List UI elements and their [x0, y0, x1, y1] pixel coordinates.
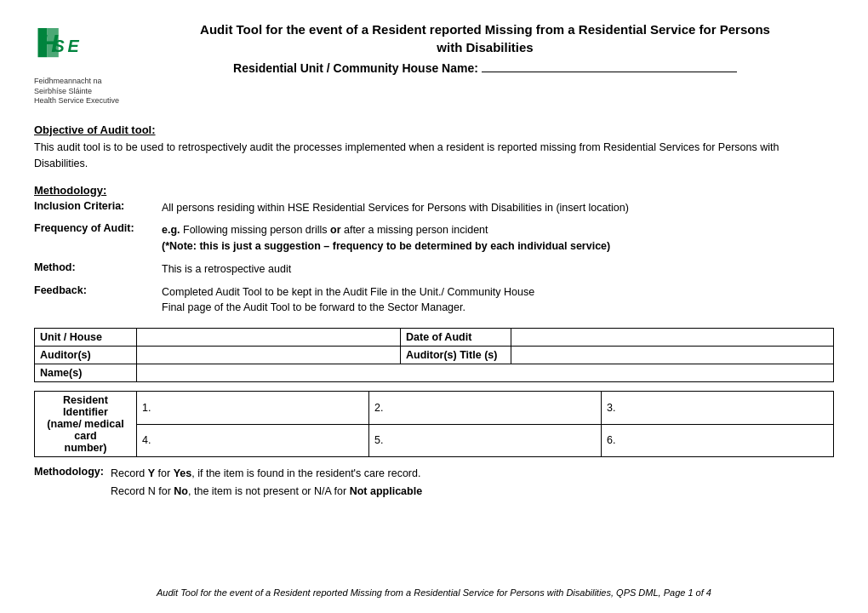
feedback-row: Feedback: Completed Audit Tool to be kep…	[34, 284, 834, 317]
auditors-title-value	[511, 347, 834, 364]
inclusion-row: Inclusion Criteria: All persons residing…	[34, 200, 834, 216]
methodology-note-label: Methodology:	[34, 466, 111, 482]
resident-cell-6: 6.	[602, 424, 834, 457]
objective-body: This audit tool is to be used to retrosp…	[34, 140, 834, 172]
feedback-value: Completed Audit Tool to be kept in the A…	[162, 284, 834, 317]
frequency-value: e.g. Following missing person drills or …	[162, 222, 834, 255]
frequency-row: Frequency of Audit: e.g. Following missi…	[34, 222, 834, 255]
logo-tagline: Feidhmeannacht na Seirbhíse Sláinte Heal…	[34, 77, 128, 106]
method-value: This is a retrospective audit	[162, 261, 834, 278]
objective-section: Objective of Audit tool: This audit tool…	[34, 123, 834, 172]
method-row: Method: This is a retrospective audit	[34, 261, 834, 278]
method-label: Method:	[34, 261, 162, 273]
svg-text:S: S	[54, 37, 65, 55]
resident-row-1: Resident Identifier(name/ medical cardnu…	[35, 392, 834, 425]
audit-info-table: Unit / House Date of Audit Auditor(s) Au…	[34, 328, 834, 382]
logo-area: H S E Feidhmeannacht na Seirbhíse Sláint…	[34, 24, 128, 106]
inclusion-value: All persons residing within HSE Resident…	[162, 200, 834, 216]
names-value	[137, 364, 834, 382]
audit-row-1: Unit / House Date of Audit	[35, 329, 834, 347]
methodology-heading: Methodology:	[34, 184, 834, 197]
methodology-note-text-1: Record Y for Yes, if the item is found i…	[111, 466, 420, 482]
unit-house-label: Unit / House	[35, 329, 137, 347]
audit-row-2: Auditor(s) Auditor(s) Title (s)	[35, 347, 834, 364]
frequency-label: Frequency of Audit:	[34, 222, 162, 234]
audit-row-3: Name(s)	[35, 364, 834, 382]
methodology-section: Methodology: Inclusion Criteria: All per…	[34, 184, 834, 317]
main-title: Audit Tool for the event of a Resident r…	[136, 20, 834, 56]
resident-table: Resident Identifier(name/ medical cardnu…	[34, 391, 834, 457]
subtitle: Residential Unit / Community House Name:	[136, 61, 834, 75]
auditors-value	[137, 347, 401, 364]
footer-text: Audit Tool for the event of a Resident r…	[157, 587, 711, 598]
date-audit-value	[511, 329, 834, 347]
methodology-note-text-2: Record N for No, the item is not present…	[111, 484, 422, 500]
svg-text:E: E	[68, 37, 80, 55]
feedback-label: Feedback:	[34, 284, 162, 296]
frequency-note: (*Note: this is just a suggestion – freq…	[162, 240, 610, 252]
resident-row-2: 4. 5. 6.	[35, 424, 834, 457]
inclusion-label: Inclusion Criteria:	[34, 200, 162, 212]
resident-cell-1: 1.	[137, 392, 369, 425]
title-area: Audit Tool for the event of a Resident r…	[136, 20, 834, 75]
hse-logo-icon: H S E	[34, 24, 111, 71]
page-header: H S E Feidhmeannacht na Seirbhíse Sláint…	[34, 20, 834, 106]
resident-cell-4: 4.	[137, 424, 369, 457]
methodology-note-section: Methodology: Record Y for Yes, if the it…	[34, 466, 834, 500]
names-label: Name(s)	[35, 364, 137, 382]
page-footer: Audit Tool for the event of a Resident r…	[34, 587, 834, 598]
auditors-title-label: Auditor(s) Title (s)	[401, 347, 511, 364]
resident-label: Resident Identifier(name/ medical cardnu…	[35, 392, 137, 457]
methodology-note-row-2: Record N for No, the item is not present…	[34, 484, 834, 500]
resident-cell-2: 2.	[369, 392, 602, 425]
resident-cell-5: 5.	[369, 424, 602, 457]
resident-cell-3: 3.	[602, 392, 834, 425]
date-audit-label: Date of Audit	[401, 329, 511, 347]
methodology-note-row-1: Methodology: Record Y for Yes, if the it…	[34, 466, 834, 482]
auditors-label: Auditor(s)	[35, 347, 137, 364]
unit-house-value	[137, 329, 401, 347]
objective-heading: Objective of Audit tool:	[34, 123, 834, 136]
